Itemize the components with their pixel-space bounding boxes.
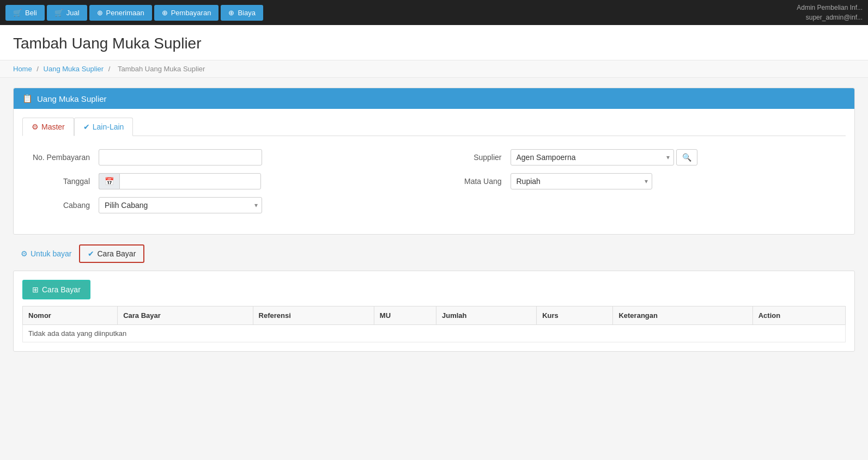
supplier-select-wrap: Agen Sampoerna [511,149,674,165]
col-keterangan: Keterangan [613,306,752,325]
breadcrumb-sep1: / [37,65,40,73]
nav-jual-button[interactable]: 🛒 Jual [47,5,87,21]
tab-master[interactable]: ⚙ Master [22,118,74,136]
gear-icon-master: ⚙ [32,122,39,131]
cart-icon: 🛒 [13,9,22,17]
nav-penerimaan-button[interactable]: ⊕ Penerimaan [89,5,152,21]
pay-icon: ⊕ [162,9,168,17]
section-tab-cara-bayar-label: Cara Bayar [97,249,136,258]
tab-lain-lain[interactable]: ✔ Lain-Lain [74,118,133,136]
card-tabs: ⚙ Master ✔ Lain-Lain [22,118,846,136]
breadcrumb-sep2: / [108,65,112,73]
nav-pembayaran-button[interactable]: ⊕ Pembayaran [154,5,219,21]
form-grid: No. Pembayaran AUTO Tanggal 📅 22-09-2023… [22,145,846,225]
nav-penerimaan-label: Penerimaan [106,9,144,17]
user-info-line2: super_admin@inf... [797,13,863,22]
navbar-buttons: 🛒 Beli 🛒 Jual ⊕ Penerimaan ⊕ Pembayaran … [5,5,263,21]
select-supplier[interactable]: Agen Sampoerna [511,149,674,165]
section-container: ⚙ Untuk bayar ✔ Cara Bayar ⊞ Cara Bayar [13,244,855,352]
tab-lain-lain-label: Lain-Lain [93,122,124,131]
nav-jual-label: Jual [66,9,80,17]
col-jumlah: Jumlah [436,306,536,325]
form-row-mata-uang: Mata Uang Rupiah [434,173,846,189]
input-no-pembayaran[interactable]: AUTO [99,149,262,165]
breadcrumb-home[interactable]: Home [13,65,32,73]
add-cara-bayar-label: Cara Bayar [42,285,81,294]
form-left: No. Pembayaran AUTO Tanggal 📅 22-09-2023… [22,145,434,225]
check-icon-cara: ✔ [88,249,94,258]
form-row-no-pembayaran: No. Pembayaran AUTO [22,149,434,165]
label-mata-uang: Mata Uang [434,177,511,186]
receive-icon: ⊕ [97,9,103,17]
section-tab-untuk-bayar[interactable]: ⚙ Untuk bayar [13,244,79,263]
breadcrumb: Home / Uang Muka Suplier / Tambah Uang M… [0,60,868,78]
label-tanggal: Tanggal [22,177,99,186]
card-body: ⚙ Master ✔ Lain-Lain No. Pembayaran AUTO [14,109,854,234]
nav-beli-label: Beli [25,9,37,17]
breadcrumb-current: Tambah Uang Muka Suplier [118,65,205,73]
section-tabs: ⚙ Untuk bayar ✔ Cara Bayar [13,244,855,263]
nav-biaya-button[interactable]: ⊕ Biaya [221,5,263,21]
breadcrumb-parent[interactable]: Uang Muka Suplier [44,65,104,73]
table-empty-row: Tidak ada data yang diinputkan [23,325,846,342]
table-header: Nomor Cara Bayar Referensi MU Jumlah Kur… [23,306,846,325]
col-referensi: Referensi [253,306,374,325]
table-empty-message: Tidak ada data yang diinputkan [23,325,846,342]
main-content: 📋 Uang Muka Suplier ⚙ Master ✔ Lain-Lain [0,78,868,371]
col-mu: MU [374,306,436,325]
form-row-cabang: Cabang Pilih Cabang [22,197,434,213]
nav-pembayaran-label: Pembayaran [171,9,211,17]
plus-icon: ⊞ [32,285,39,294]
select-mata-uang[interactable]: Rupiah [511,173,652,189]
label-supplier: Supplier [434,153,511,162]
table-header-row: Nomor Cara Bayar Referensi MU Jumlah Kur… [23,306,846,325]
table-body: Tidak ada data yang diinputkan [23,325,846,342]
col-cara-bayar: Cara Bayar [118,306,253,325]
input-tanggal[interactable]: 22-09-2023 [119,173,261,189]
user-info-line1: Admin Pembelian Inf... [797,3,863,13]
navbar: 🛒 Beli 🛒 Jual ⊕ Penerimaan ⊕ Pembayaran … [0,0,868,25]
add-cara-bayar-button[interactable]: ⊞ Cara Bayar [22,280,90,299]
search-icon: 🔍 [682,153,691,162]
user-info: Admin Pembelian Inf... super_admin@inf..… [797,3,863,22]
page-title: Tambah Uang Muka Suplier [13,35,855,52]
col-kurs: Kurs [537,306,613,325]
select-cabang[interactable]: Pilih Cabang [99,197,262,213]
cara-bayar-table: Nomor Cara Bayar Referensi MU Jumlah Kur… [22,306,846,342]
table-card-body: ⊞ Cara Bayar Nomor Cara Bayar Referensi … [14,271,854,351]
section-tab-cara-bayar[interactable]: ✔ Cara Bayar [79,244,144,263]
calendar-icon: 📅 [99,173,119,189]
check-icon-lain: ✔ [83,122,90,131]
table-card: ⊞ Cara Bayar Nomor Cara Bayar Referensi … [13,271,855,352]
section-tab-untuk-bayar-label: Untuk bayar [31,249,71,258]
main-card: 📋 Uang Muka Suplier ⚙ Master ✔ Lain-Lain [13,88,855,235]
nav-beli-button[interactable]: 🛒 Beli [5,5,45,21]
form-right: Supplier Agen Sampoerna 🔍 Mata Uang [434,145,846,225]
cart-icon-jual: 🛒 [54,9,63,17]
nav-biaya-label: Biaya [238,9,256,17]
card-header-title: Uang Muka Suplier [37,94,107,103]
cost-icon: ⊕ [228,9,234,17]
label-cabang: Cabang [22,201,99,210]
file-icon: 📋 [22,94,33,103]
form-row-tanggal: Tanggal 📅 22-09-2023 [22,173,434,189]
page-header: Tambah Uang Muka Suplier [0,25,868,60]
form-row-supplier: Supplier Agen Sampoerna 🔍 [434,149,846,165]
tab-master-label: Master [41,122,65,131]
card-header: 📋 Uang Muka Suplier [14,88,854,109]
col-nomor: Nomor [23,306,118,325]
gear-icon-untuk: ⚙ [21,249,28,258]
supplier-search-button[interactable]: 🔍 [676,149,697,165]
cabang-select-wrap: Pilih Cabang [99,197,262,213]
label-no-pembayaran: No. Pembayaran [22,153,99,162]
col-action: Action [752,306,845,325]
tanggal-input-group: 📅 22-09-2023 [99,173,261,189]
mata-uang-select-wrap: Rupiah [511,173,652,189]
